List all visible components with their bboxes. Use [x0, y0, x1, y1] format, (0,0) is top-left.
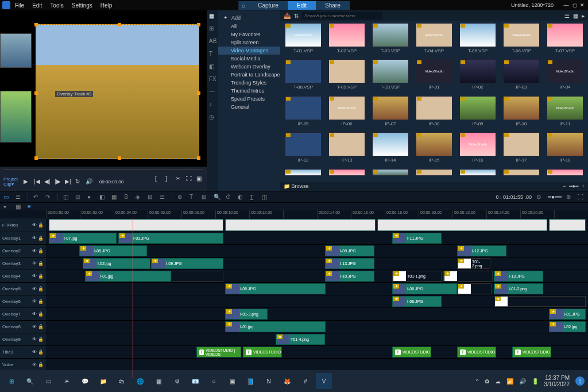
edge-icon[interactable]: 🌐 — [132, 373, 148, 389]
lib-zoom-out-icon[interactable]: − — [563, 183, 566, 189]
clip-video-3[interactable] — [377, 219, 547, 231]
menu-file[interactable]: File — [15, 2, 24, 9]
category-my-favorites[interactable]: My Favorites — [218, 30, 280, 39]
lib-view-list-icon[interactable]: ☰ — [564, 13, 570, 19]
slack-icon[interactable]: # — [297, 373, 314, 389]
clip-o2c[interactable]: ★I-12.JPG — [457, 245, 506, 256]
mark-out-button[interactable]: ] — [165, 175, 172, 182]
undo-button[interactable]: ↶ — [33, 194, 40, 201]
library-item[interactable] — [457, 169, 498, 179]
explorer-icon[interactable]: 📁 — [95, 373, 111, 389]
tray-chevron-icon[interactable]: ^ — [476, 378, 479, 385]
fullscreen-button[interactable]: ⛶ — [186, 175, 193, 182]
library-item[interactable]: IP-13 — [326, 132, 368, 166]
library-item[interactable]: IP-02 — [457, 59, 498, 93]
app-icon-3[interactable]: 📘 — [242, 373, 258, 389]
lib-zoom-slider[interactable]: ━●━ — [569, 183, 578, 189]
category-split-screen[interactable]: Split Screen — [218, 39, 280, 47]
prev-frame-button[interactable]: ◀| — [44, 178, 51, 185]
clip-o3b[interactable]: ★I-09.JPG — [151, 258, 223, 269]
track-motion-icon[interactable]: ⊕ — [177, 194, 184, 201]
library-item[interactable]: T-04.VSP — [413, 23, 455, 57]
timeline-timecode[interactable]: 0 : 01:01:55 .00 — [496, 194, 532, 200]
library-item[interactable] — [283, 169, 324, 179]
clip-video-4[interactable] — [549, 219, 586, 231]
category-portrait-to-landscape[interactable]: Portrait to Landscape — [218, 71, 280, 79]
cortana-icon[interactable]: ○ — [206, 373, 222, 389]
teams-icon[interactable]: 💬 — [77, 373, 93, 389]
library-item[interactable]: T-06.VSP — [501, 23, 542, 57]
record-button[interactable]: ● — [87, 194, 94, 201]
storyboard-view-icon[interactable]: ▭ — [3, 194, 10, 201]
tool-2-icon[interactable]: ⊟ — [75, 194, 82, 201]
snapshot-button[interactable]: ▣ — [196, 175, 203, 182]
preview-thumb-2[interactable] — [0, 91, 32, 143]
category-general[interactable]: General — [218, 103, 280, 111]
goto-start-button[interactable]: |◀ — [34, 178, 41, 185]
menu-settings[interactable]: Settings — [72, 2, 92, 9]
clip-video-1[interactable] — [49, 219, 223, 231]
tab-home[interactable]: ⌂ — [238, 1, 249, 10]
timeline-view-icon[interactable]: ☰ — [16, 194, 22, 201]
rail-media-icon[interactable]: ▦ — [209, 13, 216, 20]
library-item[interactable]: IP-12 — [283, 132, 324, 166]
tab-edit[interactable]: Edit — [288, 1, 316, 10]
rail-motion-icon[interactable]: 〰 — [209, 89, 216, 95]
library-item[interactable]: T-03.VSP — [370, 23, 411, 57]
clip-o7a[interactable]: ★I-01-3.png — [225, 309, 268, 320]
notifications-icon[interactable]: 1 — [575, 376, 585, 386]
library-item[interactable] — [370, 169, 411, 179]
marker-icon[interactable]: ◈ — [136, 194, 142, 201]
preview-mode-toggle[interactable]: Project Clip▾ — [3, 176, 18, 187]
rail-overlays-icon[interactable]: ◧ — [209, 63, 216, 70]
library-item[interactable] — [413, 169, 455, 179]
clip-o9a[interactable]: ★T01-4.png — [276, 334, 325, 345]
library-item[interactable]: IP-01 — [413, 59, 455, 93]
library-item[interactable]: IP-06 — [326, 96, 368, 130]
clip-o4c[interactable]: ★T01-1.png — [392, 271, 442, 282]
library-item[interactable]: T-02.VSP — [326, 23, 368, 57]
tray-app-icon[interactable]: ✿ — [485, 378, 489, 385]
rail-fx-icon[interactable]: FX — [209, 76, 216, 83]
battery-icon[interactable]: 🔋 — [532, 378, 539, 385]
library-item[interactable]: IP-15 — [413, 132, 455, 166]
tool-1-icon[interactable]: ◫ — [63, 194, 70, 201]
clip-o3a[interactable]: ★I-02.jpg — [83, 258, 150, 269]
library-item[interactable]: IP-08 — [413, 96, 455, 130]
library-item[interactable]: IP-07 — [370, 96, 411, 130]
tl-collapse-icon[interactable]: ▾ — [3, 203, 10, 210]
library-item[interactable]: IP-11 — [544, 96, 586, 130]
menu-help[interactable]: Help — [100, 2, 113, 9]
library-item[interactable]: T-09.VSP — [326, 59, 368, 93]
rail-audio-icon[interactable]: ♪ — [209, 101, 216, 108]
library-item[interactable]: IP-17 — [501, 132, 542, 166]
clip-o4d[interactable]: ★I-13.JPG — [494, 271, 543, 282]
clip-o8b[interactable]: ★I-02.jpg — [549, 321, 586, 332]
clip-t1d[interactable]: VIDEOSTUDIO — [457, 347, 496, 358]
wifi-icon[interactable]: 📶 — [506, 378, 513, 385]
clip-t1e[interactable]: VIDEOSTUDIO — [512, 347, 551, 358]
next-frame-button[interactable]: |▶ — [55, 178, 61, 185]
lib-view-grid-icon[interactable]: ▦ — [573, 13, 578, 19]
library-search-input[interactable] — [302, 12, 382, 20]
maximize-button[interactable]: ◻ — [571, 2, 578, 8]
clip-t1a[interactable]: VIDEOSTUDIO | VIDEOS — [196, 347, 241, 358]
widgets-button[interactable]: ☀ — [59, 373, 75, 389]
tl-grid-icon[interactable]: ▦ — [16, 203, 22, 210]
library-item[interactable] — [544, 169, 586, 179]
menu-edit[interactable]: Edit — [32, 2, 42, 9]
minimize-button[interactable]: — — [563, 2, 570, 8]
search-button[interactable]: 🔍 — [22, 373, 38, 389]
library-item[interactable]: T-01.VSP — [283, 23, 324, 57]
category-speed-presets[interactable]: Speed Presets — [218, 95, 280, 103]
clip-o1a[interactable]: ★I-07.jpg — [49, 233, 117, 244]
rail-titles-icon[interactable]: T — [209, 51, 216, 57]
tool-9-icon[interactable]: ☰ — [160, 194, 167, 201]
tool-5-icon[interactable]: ▦ — [111, 194, 118, 201]
clip-o4b[interactable]: ★I-10.JPG — [325, 271, 374, 282]
app-icon-2[interactable]: ▣ — [224, 373, 240, 389]
preview-canvas[interactable]: Overlay Track #3 — [0, 10, 207, 167]
clip-o4a[interactable]: ★I-01.jpg — [85, 271, 171, 282]
onedrive-icon[interactable]: ☁ — [495, 378, 501, 385]
videostudio-icon[interactable]: V — [316, 373, 332, 389]
